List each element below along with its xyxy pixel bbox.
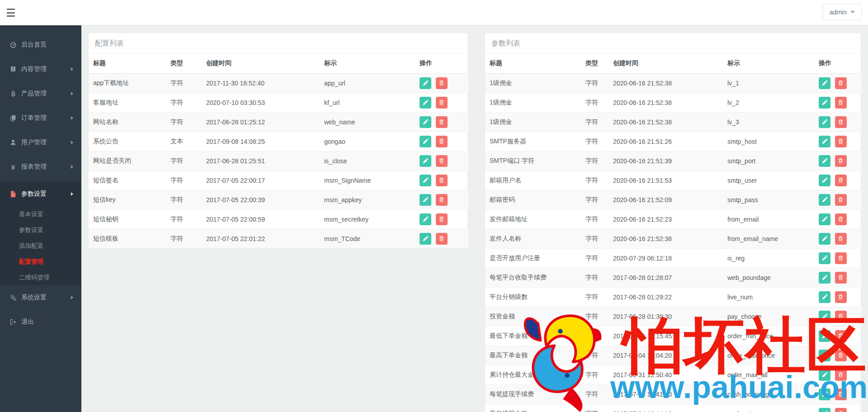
menu-toggle-button[interactable] [7, 9, 16, 17]
trash-icon [838, 313, 844, 319]
row-key: msm_appkey [320, 190, 415, 209]
panel-title: 参数列表 [485, 33, 861, 54]
user-dropdown[interactable]: admin [823, 4, 862, 20]
row-created: 2017-07-05 22:00:59 [202, 209, 320, 229]
sidebar-item-system[interactable]: 系统设置 [0, 285, 81, 310]
delete-button[interactable] [835, 311, 847, 322]
pencil-icon [822, 313, 828, 319]
sidebar-item-products[interactable]: B 产品管理 [0, 81, 81, 106]
edit-button[interactable] [819, 350, 830, 361]
sidebar-subitem-qrcode-manage[interactable]: 二维码管理 [0, 270, 81, 285]
sidebar-subitem-config-manage[interactable]: 配置管理 [0, 254, 81, 270]
row-type: 字符 [581, 229, 609, 248]
edit-button[interactable] [819, 408, 830, 412]
delete-button[interactable] [436, 77, 448, 89]
row-type: 字符 [581, 132, 609, 151]
edit-button[interactable] [819, 252, 830, 264]
edit-button[interactable] [420, 155, 431, 167]
edit-button[interactable] [819, 272, 830, 284]
chevron-right-icon [71, 296, 73, 299]
delete-button[interactable] [436, 155, 448, 167]
edit-button[interactable] [819, 77, 830, 89]
sidebar-item-reports[interactable]: ¥ 报表管理 [0, 155, 81, 179]
row-title: SMTP服务器 [485, 132, 581, 151]
delete-button[interactable] [835, 136, 847, 147]
row-created: 2017-06-28 01:25:12 [202, 112, 320, 132]
delete-button[interactable] [436, 175, 448, 186]
edit-button[interactable] [819, 97, 830, 109]
edit-button[interactable] [819, 116, 830, 128]
row-key: kf_url [320, 93, 415, 112]
delete-button[interactable] [835, 97, 847, 109]
edit-button[interactable] [819, 136, 830, 147]
sidebar-subitem-add-config[interactable]: 添加配置 [0, 238, 81, 254]
delete-button[interactable] [835, 252, 847, 264]
sidebar-item-dashboard[interactable]: 后台首页 [0, 33, 81, 57]
delete-button[interactable] [436, 213, 448, 225]
delete-button[interactable] [436, 116, 448, 128]
delete-button[interactable] [436, 136, 448, 147]
sidebar-subitem-basic-settings[interactable]: 基本设置 [0, 206, 81, 222]
sidebar-item-content[interactable]: 内容管理 [0, 57, 81, 81]
edit-button[interactable] [420, 194, 431, 206]
row-type: 字符 [166, 190, 202, 209]
col-header-key: 标示 [723, 54, 814, 73]
delete-button[interactable] [835, 369, 847, 381]
edit-button[interactable] [819, 291, 830, 303]
row-actions [814, 229, 862, 248]
row-key: live_num [723, 287, 814, 307]
edit-button[interactable] [420, 116, 431, 128]
delete-button[interactable] [835, 330, 847, 342]
edit-button[interactable] [819, 369, 830, 381]
delete-button[interactable] [835, 350, 847, 361]
delete-button[interactable] [436, 194, 448, 206]
delete-button[interactable] [835, 388, 847, 400]
edit-button[interactable] [420, 233, 431, 245]
edit-button[interactable] [819, 194, 830, 206]
row-title: 1级佣金 [485, 73, 581, 93]
row-created: 2017-06-28 01:28:07 [609, 268, 723, 287]
sidebar-item-orders[interactable]: 订单管理 [0, 106, 81, 130]
edit-button[interactable] [420, 77, 431, 89]
delete-button[interactable] [835, 233, 847, 245]
row-key: cash_poundage [723, 384, 814, 404]
edit-button[interactable] [420, 175, 431, 186]
table-row: 网站名称 字符 2017-06-28 01:25:12 web_name [89, 112, 468, 132]
sidebar-item-param-settings[interactable]: 参数设置 [0, 182, 81, 206]
edit-button[interactable] [819, 311, 830, 322]
sidebar-item-logout[interactable]: 退出 [0, 310, 81, 334]
table-row: 短信签名 字符 2017-07-05 22:00:17 msm_SignName [89, 170, 468, 190]
edit-button[interactable] [819, 213, 830, 225]
delete-button[interactable] [835, 408, 847, 412]
edit-button[interactable] [819, 155, 830, 167]
row-created: 2020-06-16 21:52:23 [609, 209, 723, 229]
delete-button[interactable] [835, 116, 847, 128]
row-key: smtp_pass [723, 190, 814, 209]
edit-button[interactable] [420, 97, 431, 109]
row-key: order_max_all [723, 365, 814, 384]
trash-icon [838, 99, 844, 105]
edit-button[interactable] [819, 233, 830, 245]
delete-button[interactable] [835, 291, 847, 303]
delete-button[interactable] [835, 175, 847, 186]
delete-button[interactable] [436, 97, 448, 109]
delete-button[interactable] [835, 155, 847, 167]
row-type: 文本 [166, 132, 202, 151]
edit-button[interactable] [819, 388, 830, 400]
delete-button[interactable] [835, 213, 847, 225]
edit-button[interactable] [819, 330, 830, 342]
delete-button[interactable] [835, 272, 847, 284]
edit-button[interactable] [420, 213, 431, 225]
delete-button[interactable] [436, 233, 448, 245]
row-type: 字符 [581, 93, 609, 112]
row-type: 字符 [581, 365, 609, 384]
delete-button[interactable] [835, 77, 847, 89]
row-title: 短信签名 [89, 170, 166, 190]
sidebar-subitem-param-settings[interactable]: 参数设置 [0, 222, 81, 238]
row-actions [814, 190, 862, 209]
row-created: 2017-11-30 18:52:40 [202, 73, 320, 93]
edit-button[interactable] [420, 136, 431, 147]
sidebar-item-users[interactable]: 用户管理 [0, 130, 81, 155]
delete-button[interactable] [835, 194, 847, 206]
edit-button[interactable] [819, 175, 830, 186]
